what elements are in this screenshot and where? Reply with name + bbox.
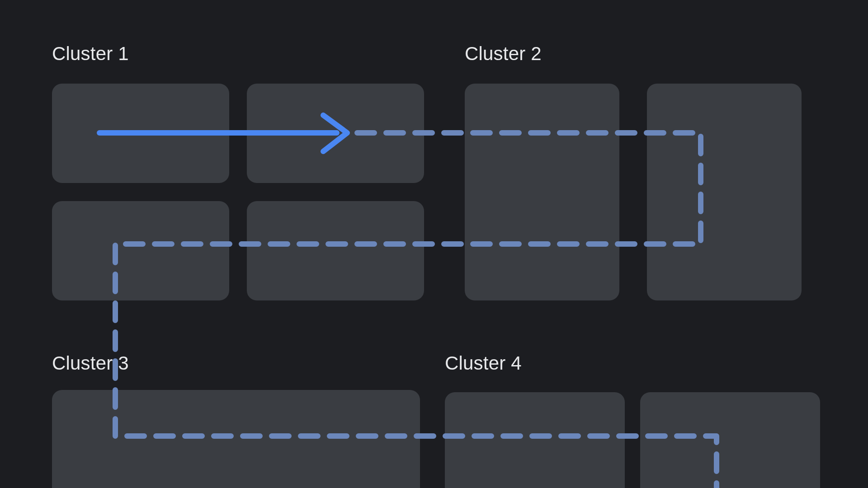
cluster-1-box: [52, 201, 229, 300]
cluster-3-box: [52, 390, 420, 488]
cluster-3-label: Cluster 3: [52, 352, 129, 374]
cluster-2-label: Cluster 2: [465, 43, 542, 65]
cluster-4-box: [640, 392, 820, 488]
cluster-4-label: Cluster 4: [445, 352, 522, 374]
cluster-1-box: [247, 201, 424, 300]
cluster-1-box: [247, 84, 424, 183]
cluster-1-box: [52, 84, 229, 183]
cluster-1-label: Cluster 1: [52, 43, 129, 65]
cluster-2-box: [647, 84, 802, 300]
cluster-2-box: [465, 84, 619, 300]
cluster-4-box: [445, 392, 625, 488]
